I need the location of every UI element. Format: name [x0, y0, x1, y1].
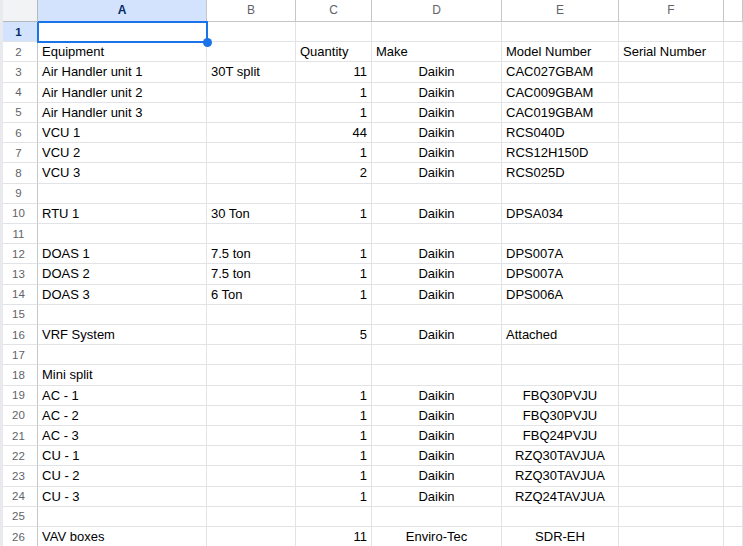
cell-B26[interactable] — [207, 527, 296, 546]
cell-stub-11[interactable] — [724, 224, 743, 244]
cell-F19[interactable] — [619, 386, 724, 406]
cell-A22[interactable]: CU - 1 — [38, 446, 207, 466]
cell-C9[interactable] — [296, 184, 372, 204]
cell-B6[interactable] — [207, 123, 296, 143]
cell-D13[interactable]: Daikin — [372, 264, 502, 284]
cell-F22[interactable] — [619, 446, 724, 466]
cell-C24[interactable]: 1 — [296, 487, 372, 507]
cell-A1[interactable] — [38, 22, 207, 42]
column-header-stub[interactable] — [724, 0, 743, 22]
cell-A10[interactable]: RTU 1 — [38, 204, 207, 224]
column-header-b[interactable]: B — [207, 0, 296, 22]
cell-E4[interactable]: CAC009GBAM — [502, 83, 619, 103]
cell-D26[interactable]: Enviro-Tec — [372, 527, 502, 546]
cell-D14[interactable]: Daikin — [372, 285, 502, 305]
row-header-2[interactable]: 2 — [0, 42, 38, 62]
row-header-15[interactable]: 15 — [0, 305, 38, 325]
row-header-20[interactable]: 20 — [0, 406, 38, 426]
row-header-19[interactable]: 19 — [0, 386, 38, 406]
cell-D24[interactable]: Daikin — [372, 487, 502, 507]
cell-B14[interactable]: 6 Ton — [207, 285, 296, 305]
cell-C18[interactable] — [296, 365, 372, 385]
cell-E25[interactable] — [502, 507, 619, 527]
cell-stub-1[interactable] — [724, 22, 743, 42]
cell-B24[interactable] — [207, 487, 296, 507]
cell-F4[interactable] — [619, 83, 724, 103]
cell-B25[interactable] — [207, 507, 296, 527]
cell-E17[interactable] — [502, 345, 619, 365]
cell-A16[interactable]: VRF System — [38, 325, 207, 345]
cell-F17[interactable] — [619, 345, 724, 365]
cell-F6[interactable] — [619, 123, 724, 143]
cell-F16[interactable] — [619, 325, 724, 345]
cell-F12[interactable] — [619, 244, 724, 264]
cell-D21[interactable]: Daikin — [372, 426, 502, 446]
cell-A21[interactable]: AC - 3 — [38, 426, 207, 446]
cell-E19[interactable]: FBQ30PVJU — [502, 386, 619, 406]
cell-C19[interactable]: 1 — [296, 386, 372, 406]
cell-D17[interactable] — [372, 345, 502, 365]
column-header-f[interactable]: F — [619, 0, 724, 22]
cell-C20[interactable]: 1 — [296, 406, 372, 426]
cell-C4[interactable]: 1 — [296, 83, 372, 103]
row-header-6[interactable]: 6 — [0, 123, 38, 143]
cell-D22[interactable]: Daikin — [372, 446, 502, 466]
cell-stub-26[interactable] — [724, 527, 743, 546]
row-header-18[interactable]: 18 — [0, 365, 38, 385]
cell-stub-6[interactable] — [724, 123, 743, 143]
cell-C14[interactable]: 1 — [296, 285, 372, 305]
cell-F13[interactable] — [619, 264, 724, 284]
fill-handle[interactable] — [203, 38, 212, 47]
cell-F23[interactable] — [619, 466, 724, 486]
cell-F5[interactable] — [619, 103, 724, 123]
cell-A4[interactable]: Air Handler unit 2 — [38, 83, 207, 103]
cell-A13[interactable]: DOAS 2 — [38, 264, 207, 284]
cell-C3[interactable]: 11 — [296, 62, 372, 82]
row-header-11[interactable]: 11 — [0, 224, 38, 244]
cell-C21[interactable]: 1 — [296, 426, 372, 446]
cell-C1[interactable] — [296, 22, 372, 42]
cell-C25[interactable] — [296, 507, 372, 527]
cell-F21[interactable] — [619, 426, 724, 446]
cell-B13[interactable]: 7.5 ton — [207, 264, 296, 284]
cell-E16[interactable]: Attached — [502, 325, 619, 345]
cell-E24[interactable]: RZQ24TAVJUA — [502, 487, 619, 507]
cell-E1[interactable] — [502, 22, 619, 42]
cell-E14[interactable]: DPS006A — [502, 285, 619, 305]
column-header-d[interactable]: D — [372, 0, 502, 22]
cell-B1[interactable] — [207, 22, 296, 42]
cell-C8[interactable]: 2 — [296, 163, 372, 183]
cell-E11[interactable] — [502, 224, 619, 244]
cell-A3[interactable]: Air Handler unit 1 — [38, 62, 207, 82]
cell-F26[interactable] — [619, 527, 724, 546]
cell-stub-12[interactable] — [724, 244, 743, 264]
cell-F24[interactable] — [619, 487, 724, 507]
cell-B5[interactable] — [207, 103, 296, 123]
cell-E23[interactable]: RZQ30TAVJUA — [502, 466, 619, 486]
cell-stub-17[interactable] — [724, 345, 743, 365]
cell-C5[interactable]: 1 — [296, 103, 372, 123]
cell-B23[interactable] — [207, 466, 296, 486]
cell-A23[interactable]: CU - 2 — [38, 466, 207, 486]
column-header-e[interactable]: E — [502, 0, 619, 22]
cell-stub-4[interactable] — [724, 83, 743, 103]
cell-F8[interactable] — [619, 163, 724, 183]
cell-A5[interactable]: Air Handler unit 3 — [38, 103, 207, 123]
cell-B7[interactable] — [207, 143, 296, 163]
cell-C7[interactable]: 1 — [296, 143, 372, 163]
cell-D19[interactable]: Daikin — [372, 386, 502, 406]
row-header-4[interactable]: 4 — [0, 83, 38, 103]
cell-stub-19[interactable] — [724, 386, 743, 406]
row-header-8[interactable]: 8 — [0, 163, 38, 183]
row-header-9[interactable]: 9 — [0, 184, 38, 204]
cell-A9[interactable] — [38, 184, 207, 204]
cell-E15[interactable] — [502, 305, 619, 325]
cell-stub-9[interactable] — [724, 184, 743, 204]
cell-B8[interactable] — [207, 163, 296, 183]
cell-F15[interactable] — [619, 305, 724, 325]
cell-A14[interactable]: DOAS 3 — [38, 285, 207, 305]
row-header-14[interactable]: 14 — [0, 285, 38, 305]
row-header-17[interactable]: 17 — [0, 345, 38, 365]
cell-B19[interactable] — [207, 386, 296, 406]
cell-A20[interactable]: AC - 2 — [38, 406, 207, 426]
